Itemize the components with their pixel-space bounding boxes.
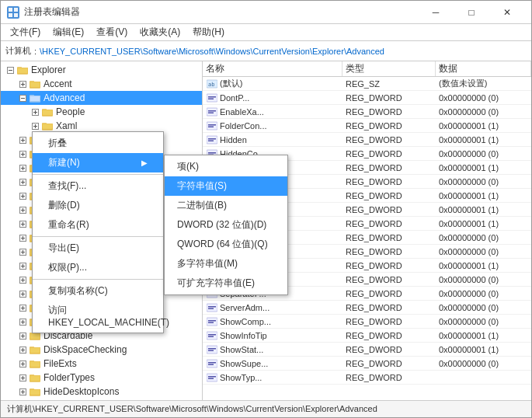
tree-item[interactable]: People — [1, 105, 202, 119]
tree-toggle-icon[interactable] — [16, 287, 29, 300]
svg-rect-195 — [207, 136, 217, 144]
table-row[interactable]: ServerAdm...REG_DWORD0x00000000 (0) — [203, 301, 531, 315]
submenu-item-expand-string[interactable]: 可扩充字符串值(E) — [165, 273, 287, 293]
tree-toggle-icon[interactable] — [16, 78, 29, 90]
menu-separator — [33, 174, 163, 175]
table-row[interactable]: HiddenREG_DWORD0x00000001 (1) — [203, 133, 531, 147]
tree-item[interactable]: Accent — [1, 77, 202, 91]
tree-toggle-icon[interactable] — [16, 329, 29, 342]
context-menu-item-rename[interactable]: 重命名(R) — [33, 215, 163, 235]
tree-item[interactable]: LogonStats — [1, 399, 202, 400]
reg-data-cell: 0x00000000 (0) — [436, 289, 531, 298]
tree-item[interactable]: Advanced — [1, 91, 202, 105]
menu-item[interactable]: 编辑(E) — [47, 24, 90, 40]
tree-toggle-icon[interactable] — [4, 64, 16, 76]
submenu-item-dword[interactable]: DWORD (32 位值)(D) — [165, 215, 287, 235]
svg-rect-196 — [208, 138, 216, 140]
submenu-item-binary-value[interactable]: 二进制值(B) — [165, 196, 287, 215]
menu-item-label: 访问 HKEY_LOCAL_MACHINE(T) — [48, 304, 169, 328]
tree-toggle-icon[interactable] — [16, 357, 29, 370]
tree-toggle-icon[interactable] — [29, 106, 41, 118]
table-row[interactable]: FolderCon...REG_DWORD0x00000001 (1) — [203, 119, 531, 133]
tree-toggle-icon[interactable] — [16, 162, 29, 174]
submenu-new[interactable]: 项(K)字符串值(S)二进制值(B)DWORD (32 位值)(D)QWORD … — [164, 155, 288, 295]
svg-rect-244 — [208, 362, 216, 364]
reg-data-cell: 0x00000001 (1) — [436, 163, 531, 172]
tree-toggle-icon[interactable] — [16, 134, 29, 146]
context-menu-item-permissions[interactable]: 权限(P)... — [33, 258, 163, 277]
tree-item[interactable]: Explorer — [1, 63, 202, 77]
tree-item[interactable]: FolderTypes — [1, 371, 202, 385]
close-button[interactable]: ✕ — [489, 1, 525, 24]
tree-toggle-icon[interactable] — [16, 260, 29, 272]
svg-rect-232 — [208, 306, 216, 308]
folder-icon — [29, 343, 41, 356]
context-menu-item-collapse[interactable]: 折叠 — [33, 134, 163, 153]
menu-item[interactable]: 查看(V) — [90, 24, 134, 40]
tree-toggle-icon[interactable] — [16, 273, 29, 286]
table-row[interactable]: ShowSupe...REG_DWORD0x00000000 (0) — [203, 357, 531, 371]
address-path: \HKEY_CURRENT_USER\Software\Microsoft\Wi… — [40, 47, 527, 56]
context-menu-item-find[interactable]: 查找(F)... — [33, 176, 163, 196]
table-row[interactable]: EnableXa...REG_DWORD0x00000000 (0) — [203, 105, 531, 119]
tree-toggle-icon[interactable] — [16, 190, 29, 202]
reg-data-cell: 0x00000000 (0) — [436, 303, 531, 312]
tree-toggle-icon[interactable] — [16, 343, 29, 356]
tree-toggle-icon[interactable] — [16, 301, 29, 314]
tree-item-label: FolderTypes — [43, 372, 95, 383]
svg-rect-191 — [208, 112, 214, 113]
svg-rect-235 — [208, 320, 216, 322]
tree-item-label: FileExts — [43, 358, 77, 369]
tree-toggle-icon[interactable] — [16, 148, 29, 160]
tree-item[interactable]: HideDesktopIcons — [1, 385, 202, 399]
col-header-type[interactable]: 类型 — [342, 61, 436, 76]
menu-item-label: 查找(F)... — [48, 179, 86, 193]
table-row[interactable]: ab (默认)REG_SZ(数值未设置) — [203, 77, 531, 91]
tree-toggle-icon[interactable] — [16, 385, 29, 398]
table-row[interactable]: ShowInfoTipREG_DWORD0x00000001 (1) — [203, 329, 531, 343]
tree-item[interactable]: DiskSpaceChecking — [1, 343, 202, 357]
menu-item[interactable]: 收藏夹(A) — [134, 24, 186, 40]
submenu-item-string-value[interactable]: 字符串值(S) — [165, 176, 287, 196]
reg-data-cell: 0x00000001 (1) — [436, 135, 531, 145]
tree-item-label: Advanced — [43, 92, 85, 103]
table-row[interactable]: ShowTyp...REG_DWORD — [203, 371, 531, 385]
reg-data-cell: 0x00000000 (0) — [436, 107, 531, 117]
tree-toggle-icon[interactable] — [16, 246, 29, 258]
col-header-data[interactable]: 数据 — [436, 61, 531, 76]
table-row[interactable]: DontP...REG_DWORD0x00000000 (0) — [203, 91, 531, 105]
context-menu-item-new[interactable]: 新建(N)▶ — [33, 153, 163, 172]
context-menu-item-delete[interactable]: 删除(D) — [33, 196, 163, 215]
reg-name-text: (默认) — [220, 78, 242, 89]
svg-rect-0 — [9, 8, 12, 12]
reg-data-cell: 0x00000000 (0) — [436, 233, 531, 242]
tree-toggle-icon[interactable] — [16, 399, 29, 400]
table-row[interactable]: ShowComp...REG_DWORD0x00000000 (0) — [203, 315, 531, 329]
app-icon — [7, 6, 19, 19]
svg-rect-240 — [207, 346, 217, 354]
submenu-item-item-key[interactable]: 项(K) — [165, 157, 287, 176]
menu-item[interactable]: 文件(F) — [4, 24, 47, 40]
table-row[interactable]: ShowStat...REG_DWORD0x00000001 (1) — [203, 343, 531, 357]
context-menu-item-export[interactable]: 导出(E) — [33, 239, 163, 258]
tree-toggle-icon[interactable] — [16, 204, 29, 216]
minimize-button[interactable]: ─ — [418, 1, 454, 24]
context-menu-item-access-local[interactable]: 访问 HKEY_LOCAL_MACHINE(T) — [33, 301, 163, 331]
maximize-button[interactable]: □ — [454, 1, 489, 24]
tree-toggle-icon[interactable] — [16, 315, 29, 328]
svg-rect-234 — [207, 318, 217, 326]
tree-toggle-icon[interactable] — [29, 120, 41, 132]
submenu-item-multi-string[interactable]: 多字符串值(M) — [165, 254, 287, 273]
col-header-name[interactable]: 名称 — [203, 61, 342, 76]
svg-rect-22 — [30, 96, 40, 101]
context-menu-item-copy-name[interactable]: 复制项名称(C) — [33, 281, 163, 301]
tree-item[interactable]: FileExts — [1, 357, 202, 371]
tree-toggle-icon[interactable] — [16, 92, 29, 104]
submenu-item-qword[interactable]: QWORD (64 位值)(Q) — [165, 235, 287, 254]
tree-toggle-icon[interactable] — [16, 232, 29, 244]
context-menu[interactable]: 折叠新建(N)▶查找(F)...删除(D)重命名(R)导出(E)权限(P)...… — [32, 131, 164, 333]
tree-toggle-icon[interactable] — [16, 218, 29, 230]
tree-toggle-icon[interactable] — [16, 176, 29, 188]
menu-item[interactable]: 帮助(H) — [186, 24, 231, 40]
tree-toggle-icon[interactable] — [16, 371, 29, 384]
